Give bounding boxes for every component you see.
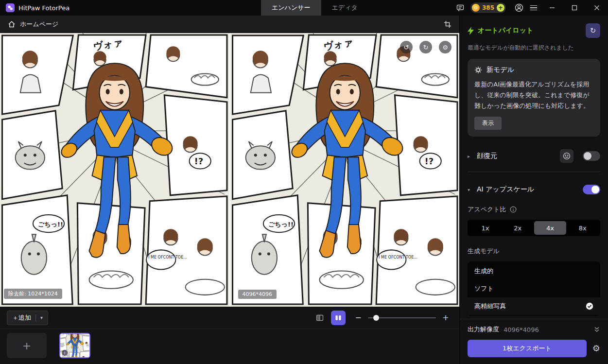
model-option-label: 生成的 [474,267,493,276]
chevron-down-icon[interactable]: ▾ [468,187,472,192]
show-button[interactable]: 表示 [474,117,502,130]
workspace-column: ホームページ 除去前: 1024*1024 4096*4096 ↺ ↻ [0,16,459,364]
tab-enhancer[interactable]: エンハンサー [261,0,321,16]
model-gear-icon [474,66,482,74]
info-icon[interactable] [510,206,517,213]
scale-selector: 1x 2x 4x 8x [468,220,600,236]
scale-option-2x[interactable]: 2x [502,221,534,235]
add-credits-button[interactable]: + [497,4,504,12]
app-logo-icon [6,3,15,12]
output-resolution-row: 出力解像度 4096*4096 [468,325,600,334]
toggle-knob [584,152,591,160]
home-link[interactable]: ホームページ [8,20,58,29]
main-tabs: エンハンサー エディタ [261,0,368,16]
upscale-toggle[interactable] [583,185,600,194]
model-option-hd-photo[interactable]: 高精細写真 [468,297,600,315]
before-image-pane[interactable]: 除去前: 1024*1024 [0,33,229,307]
close-button[interactable] [586,0,608,16]
model-option-label: 高精細写真 [474,302,506,311]
lightning-icon [468,27,474,35]
smiley-face-icon[interactable] [560,149,573,163]
bottom-strip: ＋追加 ▾ − [0,307,459,364]
add-image-label: ＋追加 [12,313,31,322]
zoom-in-icon[interactable]: + [442,314,450,322]
menu-icon[interactable] [526,0,541,16]
add-file-tile[interactable]: + [7,333,47,358]
chevron-right-icon[interactable]: ▸ [468,154,472,159]
aspect-ratio-row: アスペクト比 [468,205,600,214]
output-resolution-value: 4096*4096 [504,326,539,333]
crop-icon[interactable] [444,20,452,28]
new-model-description: 最新のAI画像最適化アルゴリズムを採用し、従来の制限を突破。これまで修復が難しか… [474,79,593,111]
zoom-controls: − + [354,314,450,322]
autopilot-title: オートパイロット [478,26,533,35]
double-chevron-down-icon[interactable] [593,326,600,333]
home-label: ホームページ [20,20,58,29]
model-option-generative[interactable]: 生成的 [468,262,600,280]
zoom-slider[interactable] [368,314,436,321]
undo-icon[interactable]: ↺ [400,41,413,53]
add-image-button[interactable]: ＋追加 ▾ [7,311,48,325]
scale-option-4x[interactable]: 4x [534,221,567,235]
autopilot-subtitle: 最適なモデルが自動的に選択されました [468,44,600,52]
feedback-chat-icon[interactable] [453,0,468,16]
scale-option-1x[interactable]: 1x [469,221,502,235]
button-divider [35,314,36,321]
app-window: HitPaw FotorPea エンハンサー エディタ 385 + [0,0,608,364]
check-icon [586,302,593,310]
zoom-out-icon[interactable]: − [354,314,362,322]
export-settings-gear-icon[interactable]: ⚙ [592,344,600,353]
generative-model-list: 生成的 ソフト 高精細写真 [468,261,600,316]
scale-option-8x[interactable]: 8x [566,221,599,235]
output-resolution-label: 出力解像度 [468,325,499,334]
refresh-button[interactable]: ↻ [586,23,600,38]
app-identity: HitPaw FotorPea [6,3,69,12]
export-button[interactable]: 1枚エクスポート [468,340,587,357]
thumbnail-strip: + i [0,329,459,364]
sidebar-content: オートパイロット ↻ 最適なモデルが自動的に選択されました 新モデル 最新のAI… [460,16,608,319]
new-model-card-header: 新モデル [474,66,593,74]
autopilot-header: オートパイロット ↻ [468,23,600,38]
after-resolution-badge: 4096*4096 [238,290,277,299]
sidebar-footer: 出力解像度 4096*4096 1枚エクスポート ⚙ [460,319,608,364]
aspect-ratio-label: アスペクト比 [468,205,506,214]
image-thumbnail[interactable]: i [59,333,90,358]
generative-model-label: 生成モデル [468,247,600,256]
app-name: HitPaw FotorPea [18,4,69,12]
main-area: ホームページ 除去前: 1024*1024 4096*4096 ↺ ↻ [0,16,608,364]
before-resolution-badge: 除去前: 1024*1024 [4,289,62,299]
coin-icon [472,4,480,12]
breadcrumb-bar: ホームページ [0,16,459,33]
redo-icon[interactable]: ↻ [419,41,432,53]
section-divider [468,172,600,172]
tab-editor[interactable]: エディタ [321,0,368,16]
view-settings-icon[interactable]: ⚙ [439,41,452,53]
side-by-side-view-button[interactable] [331,311,346,325]
new-model-title: 新モデル [486,66,514,74]
before-image [0,33,229,307]
account-avatar[interactable] [512,0,526,16]
titlebar-actions: 385 + [453,0,608,16]
credits-pill[interactable]: 385 + [470,2,506,13]
settings-sidebar: オートパイロット ↻ 最適なモデルが自動的に選択されました 新モデル 最新のAI… [459,16,608,364]
pane-toolbar: ↺ ↻ ⚙ [400,41,452,53]
export-row: 1枚エクスポート ⚙ [468,340,600,357]
split-compare-view-button[interactable] [313,311,327,325]
home-icon [8,20,16,28]
viewer-toolbar: ＋追加 ▾ − [0,307,459,329]
thumbnail-info-icon[interactable]: i [62,350,68,356]
upscale-section[interactable]: ▾ AI アップスケール [468,185,600,194]
face-restore-section[interactable]: ▸ 顔復元 [468,149,600,163]
chevron-down-icon[interactable]: ▾ [40,315,43,320]
model-option-label: ソフト [474,284,494,293]
zoom-slider-handle[interactable] [373,315,379,321]
compare-viewer: 除去前: 1024*1024 4096*4096 ↺ ↻ ⚙ [0,33,459,307]
upscale-label: AI アップスケール [477,185,534,194]
minimize-button[interactable] [541,0,563,16]
credits-count: 385 [482,4,494,11]
toggle-knob [591,186,599,193]
after-image-pane[interactable]: 4096*4096 ↺ ↻ ⚙ [230,33,460,307]
model-option-soft[interactable]: ソフト [468,280,600,297]
maximize-button[interactable] [563,0,586,16]
face-restore-toggle[interactable] [583,151,600,161]
